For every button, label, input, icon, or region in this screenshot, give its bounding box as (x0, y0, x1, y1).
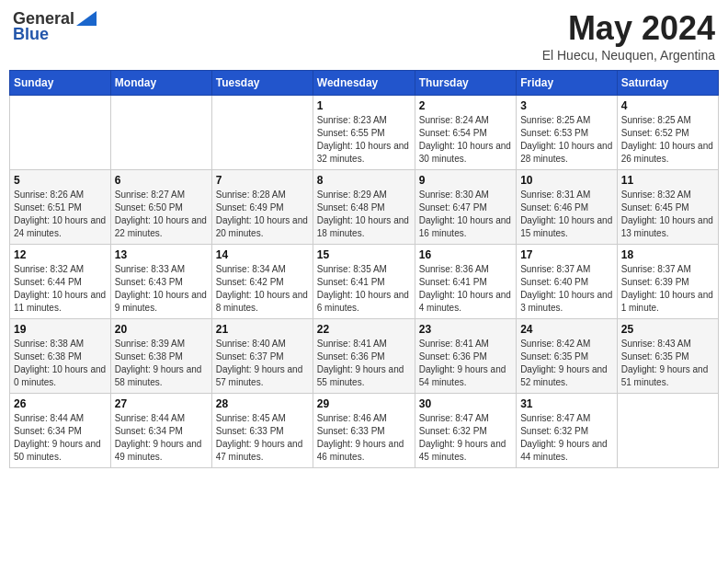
calendar-week-row: 5Sunrise: 8:26 AM Sunset: 6:51 PM Daylig… (10, 170, 719, 245)
day-number: 17 (520, 248, 613, 261)
calendar-day-header: Saturday (617, 71, 718, 96)
logo-icon (76, 11, 97, 26)
day-number: 13 (115, 248, 208, 261)
day-number: 11 (621, 174, 714, 187)
day-number: 27 (115, 397, 208, 410)
calendar-cell: 1Sunrise: 8:23 AM Sunset: 6:55 PM Daylig… (313, 96, 415, 170)
calendar-cell: 26Sunrise: 8:44 AM Sunset: 6:34 PM Dayli… (10, 394, 111, 468)
day-info: Sunrise: 8:25 AM Sunset: 6:52 PM Dayligh… (621, 114, 714, 166)
calendar-table: SundayMondayTuesdayWednesdayThursdayFrid… (9, 70, 719, 468)
calendar-cell: 17Sunrise: 8:37 AM Sunset: 6:40 PM Dayli… (517, 245, 618, 319)
day-number: 20 (115, 323, 208, 336)
calendar-cell: 13Sunrise: 8:33 AM Sunset: 6:43 PM Dayli… (110, 245, 211, 319)
calendar-day-header: Sunday (10, 71, 111, 96)
day-info: Sunrise: 8:31 AM Sunset: 6:46 PM Dayligh… (520, 189, 613, 240)
calendar-week-row: 1Sunrise: 8:23 AM Sunset: 6:55 PM Daylig… (10, 96, 719, 170)
calendar-cell: 5Sunrise: 8:26 AM Sunset: 6:51 PM Daylig… (10, 170, 111, 245)
day-info: Sunrise: 8:42 AM Sunset: 6:35 PM Dayligh… (520, 338, 613, 389)
calendar-cell: 27Sunrise: 8:44 AM Sunset: 6:34 PM Dayli… (110, 394, 211, 468)
calendar-cell (10, 96, 111, 170)
calendar-cell: 14Sunrise: 8:34 AM Sunset: 6:42 PM Dayli… (211, 245, 313, 319)
calendar-header-row: SundayMondayTuesdayWednesdayThursdayFrid… (10, 71, 719, 96)
day-info: Sunrise: 8:41 AM Sunset: 6:36 PM Dayligh… (419, 338, 512, 389)
calendar-cell: 3Sunrise: 8:25 AM Sunset: 6:53 PM Daylig… (517, 96, 618, 170)
day-info: Sunrise: 8:43 AM Sunset: 6:35 PM Dayligh… (621, 338, 714, 389)
day-number: 14 (216, 248, 309, 261)
day-info: Sunrise: 8:28 AM Sunset: 6:49 PM Dayligh… (216, 189, 309, 240)
main-title: May 2024 (542, 9, 715, 48)
calendar-cell: 22Sunrise: 8:41 AM Sunset: 6:36 PM Dayli… (313, 319, 415, 394)
calendar-cell: 11Sunrise: 8:32 AM Sunset: 6:45 PM Dayli… (617, 170, 718, 245)
calendar-cell: 29Sunrise: 8:46 AM Sunset: 6:33 PM Dayli… (313, 394, 415, 468)
calendar-cell: 28Sunrise: 8:45 AM Sunset: 6:33 PM Dayli… (211, 394, 313, 468)
calendar-cell: 25Sunrise: 8:43 AM Sunset: 6:35 PM Dayli… (617, 319, 718, 394)
calendar-cell (211, 96, 313, 170)
calendar-cell: 31Sunrise: 8:47 AM Sunset: 6:32 PM Dayli… (517, 394, 618, 468)
calendar-cell: 12Sunrise: 8:32 AM Sunset: 6:44 PM Dayli… (10, 245, 111, 319)
svg-marker-0 (76, 11, 97, 26)
calendar-week-row: 12Sunrise: 8:32 AM Sunset: 6:44 PM Dayli… (10, 245, 719, 319)
day-number: 25 (621, 323, 714, 336)
calendar-day-header: Wednesday (313, 71, 415, 96)
calendar-cell: 23Sunrise: 8:41 AM Sunset: 6:36 PM Dayli… (415, 319, 516, 394)
day-number: 26 (14, 397, 107, 410)
day-number: 12 (14, 248, 107, 261)
calendar-cell: 9Sunrise: 8:30 AM Sunset: 6:47 PM Daylig… (415, 170, 516, 245)
header: General Blue May 2024 El Huecu, Neuquen,… (9, 9, 719, 63)
calendar-cell: 24Sunrise: 8:42 AM Sunset: 6:35 PM Dayli… (517, 319, 618, 394)
day-info: Sunrise: 8:44 AM Sunset: 6:34 PM Dayligh… (14, 412, 107, 464)
title-area: May 2024 El Huecu, Neuquen, Argentina (542, 9, 715, 63)
day-number: 21 (216, 323, 309, 336)
day-info: Sunrise: 8:26 AM Sunset: 6:51 PM Dayligh… (14, 189, 107, 240)
day-info: Sunrise: 8:46 AM Sunset: 6:33 PM Dayligh… (317, 412, 411, 464)
day-info: Sunrise: 8:29 AM Sunset: 6:48 PM Dayligh… (317, 189, 411, 240)
day-info: Sunrise: 8:47 AM Sunset: 6:32 PM Dayligh… (520, 412, 613, 464)
calendar-cell: 20Sunrise: 8:39 AM Sunset: 6:38 PM Dayli… (110, 319, 211, 394)
calendar-cell: 18Sunrise: 8:37 AM Sunset: 6:39 PM Dayli… (617, 245, 718, 319)
day-number: 22 (317, 323, 411, 336)
day-info: Sunrise: 8:44 AM Sunset: 6:34 PM Dayligh… (115, 412, 208, 464)
day-info: Sunrise: 8:38 AM Sunset: 6:38 PM Dayligh… (14, 338, 107, 389)
day-info: Sunrise: 8:25 AM Sunset: 6:53 PM Dayligh… (520, 114, 613, 166)
day-info: Sunrise: 8:45 AM Sunset: 6:33 PM Dayligh… (216, 412, 309, 464)
calendar-cell (617, 394, 718, 468)
calendar-cell: 16Sunrise: 8:36 AM Sunset: 6:41 PM Dayli… (415, 245, 516, 319)
day-number: 4 (621, 99, 714, 112)
day-number: 6 (115, 174, 208, 187)
day-info: Sunrise: 8:37 AM Sunset: 6:40 PM Dayligh… (520, 263, 613, 315)
day-number: 9 (419, 174, 512, 187)
day-number: 30 (419, 397, 512, 410)
day-number: 18 (621, 248, 714, 261)
calendar-week-row: 19Sunrise: 8:38 AM Sunset: 6:38 PM Dayli… (10, 319, 719, 394)
day-number: 5 (14, 174, 107, 187)
day-info: Sunrise: 8:40 AM Sunset: 6:37 PM Dayligh… (216, 338, 309, 389)
day-number: 23 (419, 323, 512, 336)
day-number: 28 (216, 397, 309, 410)
logo: General Blue (13, 9, 97, 44)
day-number: 7 (216, 174, 309, 187)
calendar-cell: 19Sunrise: 8:38 AM Sunset: 6:38 PM Dayli… (10, 319, 111, 394)
day-number: 24 (520, 323, 613, 336)
calendar-cell: 30Sunrise: 8:47 AM Sunset: 6:32 PM Dayli… (415, 394, 516, 468)
day-number: 16 (419, 248, 512, 261)
calendar-day-header: Monday (110, 71, 211, 96)
day-number: 3 (520, 99, 613, 112)
day-info: Sunrise: 8:37 AM Sunset: 6:39 PM Dayligh… (621, 263, 714, 315)
calendar-cell: 4Sunrise: 8:25 AM Sunset: 6:52 PM Daylig… (617, 96, 718, 170)
day-info: Sunrise: 8:39 AM Sunset: 6:38 PM Dayligh… (115, 338, 208, 389)
day-info: Sunrise: 8:33 AM Sunset: 6:43 PM Dayligh… (115, 263, 208, 315)
day-info: Sunrise: 8:27 AM Sunset: 6:50 PM Dayligh… (115, 189, 208, 240)
day-number: 1 (317, 99, 411, 112)
calendar-cell: 2Sunrise: 8:24 AM Sunset: 6:54 PM Daylig… (415, 96, 516, 170)
day-number: 10 (520, 174, 613, 187)
calendar-day-header: Friday (517, 71, 618, 96)
calendar-day-header: Thursday (415, 71, 516, 96)
calendar-day-header: Tuesday (211, 71, 313, 96)
day-info: Sunrise: 8:30 AM Sunset: 6:47 PM Dayligh… (419, 189, 512, 240)
calendar-cell: 7Sunrise: 8:28 AM Sunset: 6:49 PM Daylig… (211, 170, 313, 245)
calendar-cell: 8Sunrise: 8:29 AM Sunset: 6:48 PM Daylig… (313, 170, 415, 245)
day-info: Sunrise: 8:32 AM Sunset: 6:44 PM Dayligh… (14, 263, 107, 315)
calendar-cell (110, 96, 211, 170)
day-number: 31 (520, 397, 613, 410)
logo-blue-text: Blue (13, 25, 49, 44)
